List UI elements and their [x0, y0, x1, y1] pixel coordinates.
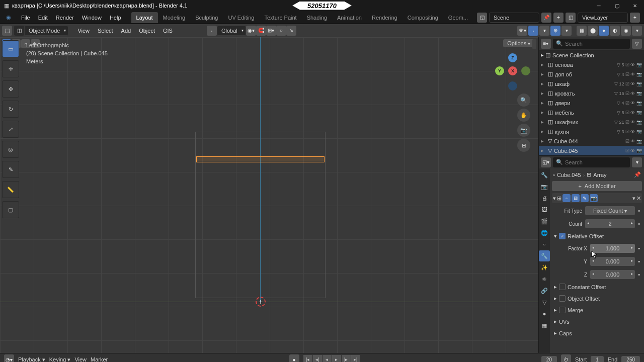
mode-icon[interactable]: ◫ — [14, 26, 24, 36]
mod-edit-icon[interactable]: ✎ — [581, 194, 589, 202]
modifier-header[interactable]: ▾⊞ ▫ 🖥 ✎ 📷 ▾ ✕ — [552, 193, 642, 203]
snap-icon[interactable]: 🧲 — [256, 26, 266, 36]
props-options-icon[interactable]: ▾ — [632, 157, 642, 167]
play-rev-icon[interactable]: ◂ — [323, 355, 332, 362]
options-dropdown[interactable]: Options ▾ — [503, 39, 534, 47]
camera-view-icon[interactable]: 📷 — [517, 124, 530, 137]
outliner-display-icon[interactable]: ≡▾ — [541, 39, 551, 49]
menu-help[interactable]: Help — [106, 15, 125, 21]
viewmenu-gis[interactable]: GIS — [159, 28, 177, 34]
tab-sculpting[interactable]: Sculpting — [190, 12, 223, 23]
select-tool[interactable]: ▭ — [2, 40, 19, 57]
gizmo-neg-y-icon[interactable] — [521, 66, 530, 75]
menu-edit[interactable]: Edit — [34, 15, 52, 21]
persp-ortho-icon[interactable]: ⊞ — [517, 139, 530, 152]
annotate-tool[interactable]: ✎ — [2, 161, 19, 178]
prop-tab-physics[interactable]: ⚛ — [539, 274, 550, 285]
props-search[interactable]: 🔍Search — [553, 157, 630, 167]
factor-z-field[interactable]: 0.000 — [590, 270, 635, 279]
pan-icon[interactable]: ✋ — [517, 109, 530, 122]
tree-root[interactable]: ▸ ◫Scene Collection — [539, 50, 644, 60]
snap-target-icon[interactable]: ⊞▾ — [266, 26, 276, 36]
tree-row[interactable]: ▸◫основа▽ 5 ☑ 👁 📷 — [539, 60, 644, 69]
xray-icon[interactable]: ▦ — [577, 26, 587, 36]
wireframe-icon[interactable]: ⬤ — [588, 26, 598, 36]
viewmenu-object[interactable]: Object — [135, 28, 159, 34]
overlay-toggle-icon[interactable]: ⊕ — [550, 26, 560, 36]
mod-render-icon[interactable]: 🖥 — [572, 194, 580, 202]
menu-window[interactable]: Window — [78, 15, 106, 21]
prop-tab-texture[interactable]: ▦ — [539, 320, 550, 331]
tree-row[interactable]: ▸◫кухня▽ 3 ☑ 👁 📷 — [539, 127, 644, 136]
zoom-icon[interactable]: 🔍 — [517, 94, 530, 107]
tab-shading[interactable]: Shading — [302, 12, 332, 23]
measure-tool[interactable]: 📏 — [2, 181, 19, 198]
add-modifier-button[interactable]: +Add Modifier — [552, 181, 642, 191]
gizmo-toggle-icon[interactable]: ⬫ — [528, 26, 538, 36]
autokey-icon[interactable]: ● — [289, 354, 299, 362]
new-scene-icon[interactable]: + — [553, 13, 564, 23]
outliner-search[interactable]: 🔍Search — [553, 39, 630, 49]
new-viewlayer-icon[interactable]: + — [630, 13, 640, 23]
minimize-button[interactable]: ─ — [590, 0, 608, 11]
prop-tab-particle[interactable]: ✨ — [539, 262, 550, 273]
transform-orientation[interactable]: Global — [217, 26, 246, 36]
tab-geom-[interactable]: Geom... — [443, 12, 473, 23]
scale-tool[interactable]: ⤢ — [2, 121, 19, 138]
gizmo-neg-z-icon[interactable] — [508, 81, 517, 90]
nav-gizmo[interactable]: Z Y X — [495, 53, 530, 88]
overlay-options-icon[interactable]: ▾ — [561, 26, 572, 36]
keying-menu[interactable]: Keying ▾ — [49, 356, 71, 363]
tab-uv-editing[interactable]: UV Editing — [223, 12, 259, 23]
timeline-view-menu[interactable]: View — [74, 356, 87, 362]
viewlayer-field[interactable]: ViewLayer — [578, 13, 628, 23]
prop-tab-viewlayer[interactable]: 🖼 — [539, 204, 550, 215]
jump-start-icon[interactable]: |◂ — [303, 355, 312, 362]
move-tool[interactable]: ✥ — [2, 80, 19, 98]
tree-row[interactable]: ▸◫двери▽ 4 ☑ 👁 📷 — [539, 98, 644, 108]
tree-row[interactable]: ▸◫мебель▽ 5 ☑ 👁 📷 — [539, 108, 644, 117]
viewport-3d[interactable]: ▭ ▭ ○ ✎ Options ▾ Left Orthographic (20)… — [0, 37, 538, 353]
viewmenu-add[interactable]: Add — [117, 28, 135, 34]
tree-row[interactable]: ▸◫доп об▽ 4 ☑ 👁 📷 — [539, 69, 644, 79]
mod-delete-icon[interactable]: ✕ — [636, 195, 641, 202]
end-frame[interactable]: 250 — [621, 356, 640, 363]
solid-icon[interactable]: ● — [599, 26, 609, 36]
tree-row[interactable]: ▸◫шкафчик▽ 21 ☑ 👁 📷 — [539, 117, 644, 127]
tree-row[interactable]: ▸▽Cube.044 ☑ 👁 📷 — [539, 136, 644, 146]
preview-range-icon[interactable]: ⏱ — [561, 354, 571, 362]
props-data-icon[interactable]: ◱▾ — [541, 157, 551, 167]
relative-offset-section[interactable]: ▾✓Relative Offset — [552, 231, 642, 241]
jump-end-icon[interactable]: ▸| — [351, 355, 360, 362]
tab-modeling[interactable]: Modeling — [158, 12, 191, 23]
rel-offset-check[interactable]: ✓ — [559, 233, 566, 239]
gizmo-x-icon[interactable]: X — [508, 66, 517, 75]
prop-tab-modifier[interactable]: 🔧 — [539, 250, 550, 261]
prop-tab-output[interactable]: 🖨 — [539, 193, 550, 204]
menu-render[interactable]: Render — [52, 15, 78, 21]
matprev-icon[interactable]: ◐ — [610, 26, 620, 36]
start-frame[interactable]: 1 — [591, 356, 604, 363]
rotate-tool[interactable]: ↻ — [2, 101, 19, 118]
marker-menu[interactable]: Marker — [91, 356, 108, 362]
viewmenu-select[interactable]: Select — [94, 28, 117, 34]
constant-offset-section[interactable]: ▸Constant Offset — [552, 282, 642, 292]
pivot-icon[interactable]: ◉▾ — [246, 26, 256, 36]
prop-tab-render[interactable]: 📷 — [539, 181, 550, 192]
gizmo-z-icon[interactable]: Z — [508, 53, 517, 62]
editor-type-icon[interactable]: ⬚ — [2, 26, 12, 36]
uvs-section[interactable]: ▸UVs — [552, 317, 642, 326]
close-button[interactable]: ✕ — [626, 0, 644, 11]
playback-menu[interactable]: Playback ▾ — [18, 356, 45, 363]
prop-falloff-icon[interactable]: ∿ — [286, 26, 296, 36]
pin-scene-icon[interactable]: 📌 — [541, 13, 551, 23]
scene-field[interactable]: Scene — [489, 13, 539, 23]
selected-object[interactable] — [196, 156, 325, 162]
transform-tool[interactable]: ◎ — [2, 141, 19, 158]
tab-rendering[interactable]: Rendering — [367, 12, 403, 23]
mode-dropdown[interactable]: Object Mode — [24, 26, 68, 36]
merge-section[interactable]: ▸Merge — [552, 305, 642, 315]
prop-tab-mesh[interactable]: ▽ — [539, 297, 550, 308]
cursor-tool[interactable]: ✛ — [2, 60, 19, 77]
gizmo-y-icon[interactable]: Y — [495, 66, 504, 75]
